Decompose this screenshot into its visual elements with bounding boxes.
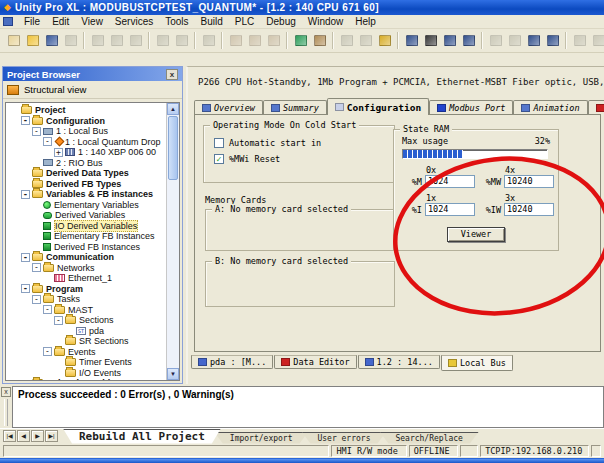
menu-plc[interactable]: PLC [229, 15, 260, 28]
tree-item-2-rio-bus[interactable]: 2 : RIO Bus [8, 158, 166, 169]
tree-item-communication[interactable]: -Communication [8, 252, 166, 263]
collapse-icon[interactable]: - [43, 137, 52, 146]
tab-configuration[interactable]: Configuration [327, 98, 429, 115]
last-tab-icon[interactable]: ▶| [45, 430, 58, 442]
tree-item-io-derived-variables[interactable]: IO Derived Variables [8, 221, 166, 232]
next-tab-icon[interactable]: ▶ [31, 430, 44, 442]
tree-item-derived-data-types[interactable]: Derived Data Types [8, 168, 166, 179]
drag-handle[interactable] [4, 399, 8, 426]
menu-services[interactable]: Services [109, 15, 159, 28]
output-tab-search-replace[interactable]: Search/Replace [379, 432, 478, 444]
doc-tab-pda-m[interactable]: pda : [M... [191, 355, 273, 369]
collapse-icon[interactable]: - [21, 253, 30, 262]
tree-item-timer-events[interactable]: Timer Events [8, 357, 166, 368]
first-tab-icon[interactable]: |◀ [3, 430, 16, 442]
collapse-icon[interactable]: - [32, 295, 41, 304]
menu-view[interactable]: View [75, 15, 109, 28]
project-browser-title: Project Browser [7, 69, 80, 80]
data-editor-button[interactable] [440, 31, 459, 50]
expand-icon[interactable]: + [54, 148, 63, 157]
tree-item-elementary-fb-instances[interactable]: Elementary FB Instances [8, 231, 166, 242]
viewer-button[interactable]: Viewer [447, 227, 505, 242]
save-icon [46, 35, 58, 46]
collapse-icon[interactable]: - [32, 263, 41, 272]
tree-item-sr-sections[interactable]: SR Sections [8, 336, 166, 347]
tree-item-label: Variables & FB instances [46, 189, 153, 199]
new-project-button[interactable] [4, 31, 23, 50]
tree-item-mast[interactable]: -MAST [8, 305, 166, 316]
menu-debug[interactable]: Debug [260, 15, 301, 28]
tree-item-derived-fb-instances[interactable]: Derived FB Instances [8, 242, 166, 253]
tab-summary[interactable]: Summary [263, 100, 327, 115]
i-count-field[interactable]: 1024 [425, 203, 475, 216]
automatic-start-checkbox[interactable] [214, 138, 224, 148]
scrollbar-thumb[interactable] [168, 116, 178, 180]
collapse-icon[interactable]: - [21, 190, 30, 199]
mwi-reset-checkbox[interactable]: ✓ [214, 154, 224, 164]
split-window-button[interactable] [524, 31, 543, 50]
output-tab-import-export[interactable]: Import/export [214, 432, 309, 444]
collapse-icon[interactable]: - [21, 116, 30, 125]
tree-item-networks[interactable]: -Networks [8, 263, 166, 274]
tree-item-pda[interactable]: STpda [8, 326, 166, 337]
simulator-button[interactable] [291, 31, 310, 50]
menu-file[interactable]: File [18, 15, 46, 28]
menu-tools[interactable]: Tools [159, 15, 194, 28]
tab-modbus-port[interactable]: Modbus Port [429, 100, 513, 115]
scrollbar-track[interactable] [167, 181, 179, 368]
transfer-plc-button[interactable] [310, 31, 329, 50]
iw-count-field[interactable]: 10240 [504, 203, 554, 216]
library-button[interactable] [459, 31, 478, 50]
tab-hot-standby[interactable]: Hot Standby [588, 100, 604, 115]
tree-item-derived-fb-types[interactable]: Derived FB Types [8, 179, 166, 190]
project-browser-icon [406, 35, 418, 46]
full-screen-button[interactable] [543, 31, 562, 50]
tree-item-sections[interactable]: -Sections [8, 315, 166, 326]
project-browser-button[interactable] [402, 31, 421, 50]
collapse-icon[interactable]: - [32, 127, 41, 136]
collapse-icon[interactable]: - [43, 347, 52, 356]
doc-tab-data-editor[interactable]: Data Editor [274, 355, 356, 369]
tree-item-i-o-events[interactable]: I/O Events [8, 368, 166, 379]
rebuild-all-button[interactable] [375, 31, 394, 50]
full-screen-icon [547, 35, 559, 46]
scroll-down-icon[interactable]: ▼ [167, 368, 179, 380]
collapse-icon[interactable]: - [54, 316, 63, 325]
tree-item-configuration[interactable]: -Configuration [8, 116, 166, 127]
tree-item-variables-fb-instances[interactable]: -Variables & FB instances [8, 189, 166, 200]
close-icon[interactable]: x [166, 69, 178, 80]
tab-animation[interactable]: Animation [513, 100, 587, 115]
find-button[interactable] [421, 31, 440, 50]
menu-help[interactable]: Help [349, 15, 382, 28]
mdi-child-icon[interactable] [3, 17, 13, 26]
tree-item-tasks[interactable]: -Tasks [8, 294, 166, 305]
doc-tab-local-bus[interactable]: Local Bus [441, 355, 513, 371]
tree-item-ethernet-1[interactable]: Ethernet_1 [8, 273, 166, 284]
output-tab-user-errors[interactable]: User errors [301, 432, 386, 444]
output-tab-rebuild-all-project[interactable]: Rebuild All Project [63, 429, 221, 444]
open-project-button[interactable] [23, 31, 42, 50]
save-button[interactable] [42, 31, 61, 50]
close-icon[interactable]: x [1, 387, 11, 397]
prev-tab-icon[interactable]: ◀ [17, 430, 30, 442]
tree-item-events[interactable]: -Events [8, 347, 166, 358]
doc-tab-1-2-14[interactable]: 1.2 : 14... [358, 355, 440, 369]
tree-scrollbar[interactable]: ▲ ▼ [166, 103, 179, 380]
collapse-icon[interactable]: - [21, 284, 30, 293]
m-count-field[interactable]: 1024 [425, 175, 475, 188]
menu-window[interactable]: Window [302, 15, 350, 28]
menu-edit[interactable]: Edit [46, 15, 75, 28]
tree-item-project[interactable]: Project [8, 105, 166, 116]
menu-build[interactable]: Build [195, 15, 229, 28]
tree-item-1-local-quantum-drop[interactable]: -1 : Local Quantum Drop [8, 137, 166, 148]
collapse-icon[interactable]: - [43, 305, 52, 314]
tab-overview[interactable]: Overview [194, 100, 263, 115]
structural-view-icon[interactable] [7, 85, 19, 95]
tree-item-animation-tables[interactable]: Animation Tables [8, 378, 166, 380]
mw-count-field[interactable]: 10240 [504, 175, 554, 188]
scroll-up-icon[interactable]: ▲ [167, 103, 179, 115]
tree-item-1-140-xbp-006-00[interactable]: +1 : 140 XBP 006 00 [8, 147, 166, 158]
tree-item-1-local-bus[interactable]: -1 : Local Bus [8, 126, 166, 137]
tree-item-elementary-variables[interactable]: Elementary Variables [8, 200, 166, 211]
tree-item-program[interactable]: -Program [8, 284, 166, 295]
